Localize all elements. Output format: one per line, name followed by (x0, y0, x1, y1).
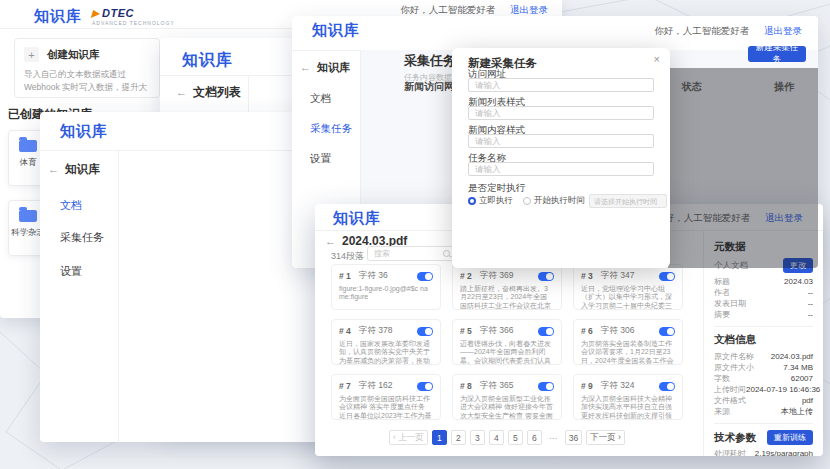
radio-run-later[interactable] (523, 197, 531, 205)
radio-run-now-label[interactable]: 立即执行 (479, 195, 513, 207)
brand-logo-text: DTEC (92, 8, 175, 19)
paragraph-card[interactable]: # 7字符 162 为全面贯彻全国国防科技工作会议精神 落实年度重点任务 近日各… (331, 374, 441, 420)
paragraph-toggle[interactable] (417, 382, 433, 391)
create-kb-card-header: + 创建知识库 (24, 47, 150, 62)
new-task-modal: 新建采集任务 × 访问网址 新闻列表样式 新闻内容样式 任务名称 是否定时执行 … (452, 48, 670, 268)
pagination-page-2[interactable]: 2 (451, 430, 466, 445)
paragraph-id: # 1 (339, 271, 351, 281)
sidebar-item-collect-tasks[interactable]: 采集任务 (310, 122, 352, 136)
app-title: 知识库 (60, 122, 108, 141)
back-arrow-icon: ← (48, 163, 59, 175)
paragraph-card[interactable]: # 3字符 347 近日，党组理论学习中心组（扩大）以集中学习形式，深入学习贯彻… (573, 264, 683, 310)
file-info-title: 文档信息 (714, 333, 813, 347)
paragraph-card[interactable]: # 6字符 306 为贯彻落实全国装备制造工作会议部署要求，1月22日至23日，… (573, 319, 683, 365)
sidebar-divider (118, 150, 119, 442)
paragraph-card[interactable]: # 2字符 369 踏上新征程，奋楫再出发。3月22日至23日，2024年全国国… (452, 264, 562, 310)
app-title: 知识库 (312, 21, 360, 40)
sidebar-item-settings[interactable]: 设置 (310, 152, 331, 166)
app-title: 知识库 (333, 209, 381, 228)
app-title: 知识库 (182, 50, 233, 71)
sidebar-item-documents[interactable]: 文档 (310, 92, 331, 106)
tech-params-title: 技术参数 (714, 431, 756, 445)
list-style-input[interactable] (468, 106, 654, 120)
file-info-row: 上传时间2024-07-19 16:46:36 (714, 384, 813, 395)
paragraph-id: # 5 (460, 326, 472, 336)
sidebar-item-collect-tasks[interactable]: 采集任务 (60, 230, 104, 245)
app-title: 知识库 (34, 7, 82, 26)
sidebar-item-documents[interactable]: 文档 (60, 198, 82, 213)
panel-divider (714, 423, 813, 424)
paragraph-text: 踏上新征程，奋楫再出发。3月22日至23日，2024年全国国防科技工业工作会议在… (460, 285, 554, 310)
paragraph-card[interactable]: # 5字符 366 迈着铿锵步伐，向着春天进发——2024年全国两会胜利闭幕。会… (452, 319, 562, 365)
file-info-row: 来源本地上传 (714, 406, 813, 417)
file-info-row: 原文件大小7.34 MB (714, 362, 813, 373)
task-name-input[interactable] (468, 162, 654, 176)
close-icon[interactable]: × (654, 53, 660, 65)
paragraph-text: figure:1-figure-0.jpg@#$c name:figure (339, 285, 433, 302)
paragraph-card[interactable]: # 8字符 365 为深入贯彻全国新型工业化推进大会议精神 做好迎接今年首次大型… (452, 374, 562, 420)
create-kb-card[interactable]: + 创建知识库 导入自己的文本数据或通过 Webhook 实时写入数据，提升大模… (14, 38, 160, 98)
file-info-row: 原文件名称2024.03.pdf (714, 351, 813, 362)
pagination-page-36[interactable]: 36 (565, 430, 582, 445)
sidebar-item-settings[interactable]: 设置 (60, 264, 82, 279)
start-time-picker[interactable] (589, 194, 667, 208)
folder-icon (19, 210, 37, 222)
url-input[interactable] (468, 78, 654, 92)
paragraph-chars: 字符 306 (601, 325, 635, 337)
paragraph-chars: 字符 366 (480, 325, 514, 337)
paragraph-chars: 字符 378 (359, 325, 393, 337)
user-greeting: 你好，人工智能爱好者 (400, 4, 495, 15)
user-greeting: 你好，人工智能爱好者 (654, 25, 749, 36)
back-to-kb[interactable]: ←知识库 (300, 60, 350, 75)
back-to-kb[interactable]: ←知识库 (48, 162, 100, 177)
pagination-page-5[interactable]: 5 (508, 430, 523, 445)
paragraph-toggle[interactable] (538, 382, 554, 391)
paragraph-chars: 字符 162 (359, 380, 393, 392)
pagination-next[interactable]: 下一页 › (586, 430, 625, 445)
paragraph-toggle[interactable] (417, 272, 433, 281)
paragraph-id: # 3 (581, 271, 593, 281)
new-task-button[interactable]: 新建采集任务 (748, 46, 806, 62)
paragraph-chars: 字符 365 (480, 380, 514, 392)
paragraph-card[interactable]: # 1字符 36 figure:1-figure-0.jpg@#$c name:… (331, 264, 441, 310)
paragraph-toggle[interactable] (538, 272, 554, 281)
paragraph-toggle[interactable] (538, 327, 554, 336)
radio-run-later-label[interactable]: 开始执行时间 (534, 195, 585, 207)
pagination-prev[interactable]: ‹ 上一页 (389, 430, 428, 445)
paragraph-chars: 字符 347 (601, 270, 635, 282)
paragraph-chars: 字符 369 (480, 270, 514, 282)
pagination-page-6[interactable]: 6 (527, 430, 542, 445)
retrain-button[interactable]: 重新训练 (767, 430, 813, 445)
pagination-page-4[interactable]: 4 (489, 430, 504, 445)
back-arrow-icon: ← (325, 235, 336, 247)
logout-link[interactable]: 退出登录 (510, 4, 548, 15)
paragraph-text: 近日，国家发展改革委印发通知，认真贯彻落实党中央关于为基层减负的决策部署，推动党… (339, 340, 433, 365)
paragraph-toggle[interactable] (659, 272, 675, 281)
paragraph-text: 为全面贯彻全国国防科技工作会议精神 落实年度重点任务 近日各单位以2023年工作… (339, 395, 433, 420)
search-box (367, 246, 455, 261)
search-input[interactable] (372, 248, 443, 259)
pagination-ellipsis[interactable]: ··· (546, 430, 561, 445)
paragraph-chars: 字符 36 (359, 270, 388, 282)
back-arrow-icon: ← (300, 61, 311, 73)
pagination-page-3[interactable]: 3 (470, 430, 485, 445)
meta-row: 摘要-- (714, 309, 813, 320)
paragraph-id: # 4 (339, 326, 351, 336)
content-style-input[interactable] (468, 134, 654, 148)
logout-link[interactable]: 退出登录 (764, 25, 802, 36)
modal-backdrop (668, 68, 818, 268)
paragraph-toggle[interactable] (659, 327, 675, 336)
paragraph-id: # 7 (339, 381, 351, 391)
schedule-options: 立即执行 开始执行时间 (468, 194, 667, 208)
folder-icon (19, 140, 37, 152)
paragraph-text: 为深入贯彻全国新型工业化推进大会议精神 做好迎接今年首次大型安全生产检查 需要全… (460, 395, 554, 420)
paragraph-toggle[interactable] (659, 382, 675, 391)
paragraph-toggle[interactable] (417, 327, 433, 336)
column-header-status: 状态 (682, 80, 702, 94)
back-to-doc-list[interactable]: ←文档列表 (176, 84, 241, 101)
radio-run-now[interactable] (468, 197, 476, 205)
pagination-page-1[interactable]: 1 (432, 430, 447, 445)
paragraph-card[interactable]: # 9字符 324 为深入贯彻全国科技大会精神 加快实现高水平科技自立自强 更好… (573, 374, 683, 420)
paragraph-card[interactable]: # 4字符 378 近日，国家发展改革委印发通知，认真贯彻落实党中央关于为基层减… (331, 319, 441, 365)
user-info: 你好，人工智能爱好者 退出登录 (654, 25, 802, 38)
